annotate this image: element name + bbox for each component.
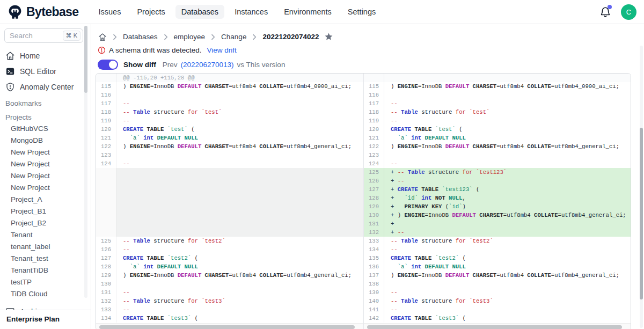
right-horizontal-scrollbar[interactable]: [364, 323, 631, 329]
line-number: 125: [96, 237, 116, 245]
nav-item-projects[interactable]: Projects: [131, 5, 171, 19]
search-placeholder: Search: [10, 32, 33, 40]
vs-label: vs This version: [237, 61, 286, 69]
diff-line: [96, 211, 363, 220]
prev-version-link[interactable]: (202206270013): [181, 61, 234, 69]
line-number: 130: [96, 280, 116, 288]
line-number: 123: [96, 151, 116, 159]
code-text: [116, 194, 363, 202]
diff-line: 135CREATE TABLE `test2` (: [364, 254, 631, 262]
project-item-tenant[interactable]: Tenant: [0, 229, 91, 241]
line-number: 117: [364, 99, 384, 108]
project-item-tenant-test[interactable]: Tenant_test: [0, 253, 91, 265]
diff-line: 121 `a` int DEFAULT NULL: [96, 134, 363, 142]
line-number: 137: [364, 271, 384, 280]
line-number: [96, 74, 116, 82]
line-number: 131: [96, 288, 116, 297]
diff-line: 137) ENGINE=InnoDB DEFAULT CHARSET=utf8m…: [364, 271, 631, 280]
code-text: CREATE TABLE `test` (: [116, 125, 363, 134]
project-item-new-project[interactable]: New Project: [0, 147, 91, 158]
main-nav: IssuesProjectsDatabasesInstancesEnvironm…: [92, 5, 382, 19]
brand[interactable]: Bytebase: [8, 4, 78, 19]
line-number: 118: [364, 108, 384, 116]
breadcrumb-item-change[interactable]: Change: [221, 33, 246, 41]
diff-line: [96, 194, 363, 202]
project-item-new-project[interactable]: New Project: [0, 158, 91, 170]
project-item-tenanttidb[interactable]: TenantTiDB: [0, 265, 91, 276]
line-number: 121: [364, 134, 384, 142]
diff-line: 122) ENGINE=InnoDB DEFAULT CHARSET=utf8m…: [364, 142, 631, 151]
line-number: 133: [96, 305, 116, 314]
diff-line: 124--: [96, 159, 363, 168]
project-item-testtp[interactable]: testTP: [0, 276, 91, 288]
project-item-new-project[interactable]: New Project: [0, 170, 91, 182]
breadcrumb-item-employee[interactable]: employee: [174, 33, 206, 41]
code-text: --: [384, 116, 631, 125]
nav-item-databases[interactable]: Databases: [175, 5, 224, 19]
project-item-project-b1[interactable]: Project_B1: [0, 206, 91, 217]
notification-bell-button[interactable]: [599, 6, 611, 18]
sidebar-item-anomaly-center[interactable]: Anomaly Center: [0, 79, 91, 94]
project-item-mongodb[interactable]: MongoDB: [0, 135, 91, 147]
line-number: 123: [364, 151, 384, 159]
code-text: --: [116, 245, 363, 254]
sidebar-item-home[interactable]: Home: [0, 48, 91, 63]
line-number: 125: [364, 168, 384, 177]
sidebar-item-label: Home: [20, 52, 40, 60]
diff-line: 140-- Table structure for `test3`: [364, 297, 631, 305]
brand-name: Bytebase: [26, 5, 78, 19]
show-diff-toggle[interactable]: [98, 60, 118, 70]
code-text: ) ENGINE=InnoDB DEFAULT CHARSET=utf8mb4 …: [116, 142, 363, 151]
diff-line: 126+ --: [364, 177, 631, 185]
project-item-tenant-label[interactable]: tenant_label: [0, 241, 91, 253]
page-scrollbar[interactable]: [640, 46, 643, 328]
code-text: --: [116, 159, 363, 168]
home-icon[interactable]: [98, 33, 107, 41]
nav-item-environments[interactable]: Environments: [278, 5, 338, 19]
code-text: --: [384, 99, 631, 108]
code-text: [384, 91, 631, 99]
code-text: --: [116, 116, 363, 125]
sidebar-scrollbar[interactable]: [84, 26, 87, 298]
left-horizontal-scrollbar[interactable]: [96, 323, 363, 329]
diff-panel: @@ -115,20 +115,28 @@115) ENGINE=InnoDB …: [96, 73, 631, 329]
diff-line: [96, 185, 363, 194]
view-drift-link[interactable]: View drift: [207, 46, 237, 54]
nav-item-settings[interactable]: Settings: [342, 5, 382, 19]
drift-message: A schema drift was detected.: [109, 46, 202, 54]
diff-line: 141--: [364, 305, 631, 314]
sidebar: Search ⌘ K HomeSQL EditorAnomaly Center …: [0, 24, 91, 329]
user-avatar[interactable]: C: [621, 4, 636, 20]
code-text: [384, 151, 631, 159]
code-text: CREATE TABLE `test3` (: [116, 314, 363, 323]
right-scrollbar-thumb[interactable]: [367, 325, 622, 329]
diff-line: 120CREATE TABLE `test` (: [96, 125, 363, 134]
bookmark-star-button[interactable]: [324, 32, 333, 41]
code-text: [116, 228, 363, 237]
show-diff-label: Show diff: [123, 61, 156, 69]
code-text: --: [116, 99, 363, 108]
diff-line: 119--: [364, 116, 631, 125]
search-input[interactable]: Search ⌘ K: [4, 28, 83, 43]
line-number: 141: [364, 305, 384, 314]
sidebar-scrollbar-thumb[interactable]: [84, 26, 87, 93]
project-item-tidb-cloud[interactable]: TiDB Cloud: [0, 288, 91, 300]
page-scrollbar-thumb[interactable]: [640, 128, 643, 299]
left-scrollbar-thumb[interactable]: [99, 325, 355, 329]
project-item-project-a[interactable]: Project_A: [0, 194, 91, 206]
sidebar-item-sql-editor[interactable]: SQL Editor: [0, 64, 91, 79]
nav-item-issues[interactable]: Issues: [92, 5, 127, 19]
project-item-new-project[interactable]: New Project: [0, 182, 91, 194]
notification-dot: [608, 5, 612, 9]
project-item-githubvcs[interactable]: GitHubVCS: [0, 123, 91, 135]
code-text: [116, 151, 363, 159]
nav-item-instances[interactable]: Instances: [229, 5, 274, 19]
breadcrumb-item-20221202074022[interactable]: 20221202074022: [262, 33, 319, 41]
breadcrumb-item-databases[interactable]: Databases: [123, 33, 158, 41]
code-text: [384, 280, 631, 288]
code-text: --: [384, 245, 631, 254]
project-item-project-b2[interactable]: Project_B2: [0, 217, 91, 229]
line-number: 134: [364, 245, 384, 254]
chevron-right-icon: [209, 33, 217, 41]
code-text: [384, 74, 631, 82]
